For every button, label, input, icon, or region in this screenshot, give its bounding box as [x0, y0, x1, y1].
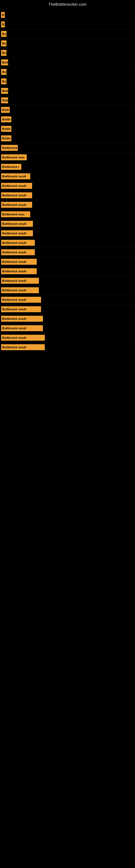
bottleneck-bar-25: Bottleneck result [1, 249, 35, 255]
bottleneck-bar-7: Bo [1, 79, 6, 84]
bar-row: Bott [0, 86, 135, 96]
bar-row: Bottleneck result [0, 229, 135, 238]
bottleneck-bar-4: Bo [1, 50, 6, 56]
bar-row: Bott [0, 96, 135, 105]
bar-row: Bottleneck result [0, 314, 135, 323]
bottleneck-bar-8: Bott [1, 88, 8, 94]
bottleneck-bar-18: Bottleneck result [1, 183, 32, 189]
bar-row: Bottleneck result [0, 219, 135, 229]
bar-row: Bottleneck result [0, 305, 135, 314]
site-title: TheBottlenecker.com [0, 0, 135, 8]
bar-row: Bottleneck result [0, 248, 135, 257]
bottleneck-bar-21: Bottleneck resu [1, 211, 30, 217]
bottleneck-bar-15: Bottleneck resu [1, 154, 27, 160]
bar-row: Bottl [0, 105, 135, 115]
bottleneck-bar-27: Bottleneck result [1, 268, 37, 274]
bar-row: Bottleneck result [0, 257, 135, 267]
bar-row: Bottleneck r [0, 162, 135, 172]
bar-row: Bottleneck [0, 143, 135, 153]
bar-row: Bottleneck result [0, 286, 135, 295]
bottleneck-bar-6: Bo [1, 69, 6, 75]
bar-row: B [0, 20, 135, 29]
bar-row: Bottleneck result [0, 333, 135, 343]
bottleneck-bar-23: Bottleneck result [1, 230, 33, 236]
bottleneck-bar-28: Bottleneck result [1, 278, 39, 284]
bar-row: Bott [0, 58, 135, 67]
bottleneck-bar-31: Bottleneck result [1, 306, 41, 312]
bar-row: Bottleneck result [0, 323, 135, 333]
bar-row: Bottleneck resu [0, 210, 135, 219]
bottleneck-bar-2: Bo [1, 31, 6, 37]
bar-row: Bo [0, 77, 135, 86]
bottleneck-bar-14: Bottleneck [1, 145, 18, 151]
bar-row: Bottleneck result [0, 191, 135, 200]
bars-container: BBBoBoBoBottBoBoBottBottBottlBottleBottl… [0, 8, 135, 352]
bottleneck-bar-32: Bottleneck result [1, 316, 43, 322]
bar-row: Bo [0, 29, 135, 39]
bottleneck-bar-19: Bottleneck result [1, 192, 32, 198]
bottleneck-bar-9: Bott [1, 97, 8, 103]
bottleneck-bar-3: Bo [1, 40, 6, 46]
bottleneck-bar-30: Bottleneck result [1, 297, 41, 303]
bar-row: Bottle [0, 115, 135, 124]
bar-row: Bottleneck result [0, 295, 135, 305]
bar-row: Bottleneck result [0, 172, 135, 181]
bar-row: Bottleneck resu [0, 153, 135, 162]
bottleneck-bar-17: Bottleneck result [1, 173, 30, 179]
bar-row: Bottle [0, 124, 135, 134]
bottleneck-bar-22: Bottleneck result [1, 221, 33, 227]
bar-row: B [0, 10, 135, 20]
bottleneck-bar-34: Bottleneck result [1, 335, 45, 341]
bottleneck-bar-11: Bottle [1, 116, 11, 122]
bar-row: Bottleneck result [0, 181, 135, 191]
bar-row: Bottleneck result [0, 200, 135, 210]
bottleneck-bar-33: Bottleneck result [1, 325, 43, 331]
bottleneck-bar-13: Bottle [1, 135, 11, 141]
bar-row: Bo [0, 48, 135, 58]
bottleneck-bar-0: B [1, 12, 5, 18]
bottleneck-bar-16: Bottleneck r [1, 164, 21, 170]
bottleneck-bar-35: Bottleneck result [1, 344, 45, 350]
bar-row: Bo [0, 39, 135, 48]
bar-row: Bottleneck result [0, 238, 135, 248]
bar-row: Bottleneck result [0, 276, 135, 286]
bar-row: Bottle [0, 134, 135, 143]
bottleneck-bar-10: Bottl [1, 107, 10, 113]
bar-row: Bo [0, 67, 135, 77]
bottleneck-bar-26: Bottleneck result [1, 259, 37, 265]
bottleneck-bar-1: B [1, 22, 5, 27]
bottleneck-bar-29: Bottleneck result [1, 287, 39, 293]
bottleneck-bar-20: Bottleneck result [1, 202, 32, 208]
bottleneck-bar-24: Bottleneck result [1, 240, 35, 246]
bar-row: Bottleneck result [0, 343, 135, 352]
bottleneck-bar-12: Bottle [1, 126, 11, 132]
bar-row: Bottleneck result [0, 267, 135, 276]
bottleneck-bar-5: Bott [1, 59, 8, 65]
